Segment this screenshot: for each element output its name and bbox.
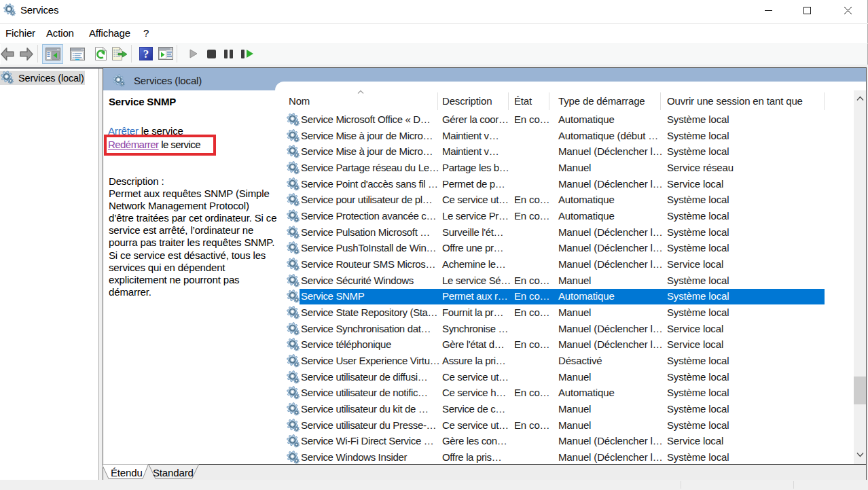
svg-text:?: ? [143, 48, 149, 60]
